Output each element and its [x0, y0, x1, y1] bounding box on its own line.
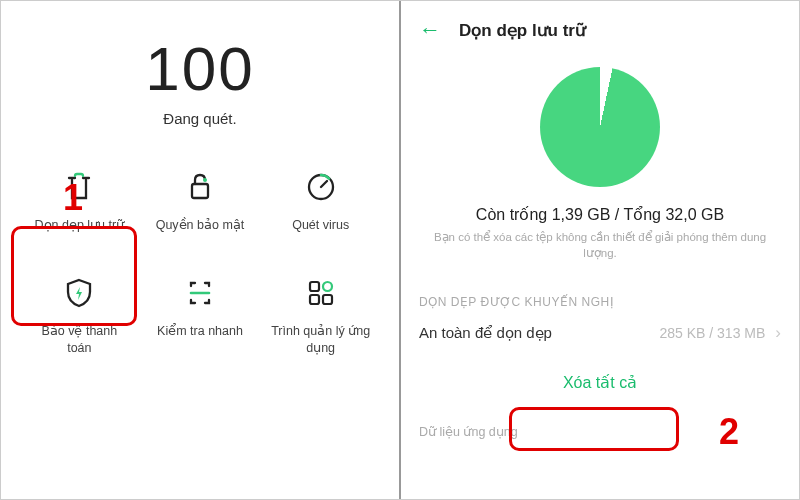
quick-check-tile[interactable]: Kiểm tra nhanh: [140, 273, 261, 356]
row-detail: 285 KB / 313 MB: [659, 325, 765, 341]
tile-label: Trình quản lý ứng dụng: [271, 323, 371, 356]
tile-label: Bảo vệ thanh toán: [29, 323, 129, 356]
virus-scan-tile[interactable]: Quét virus: [260, 167, 381, 233]
app-manager-tile[interactable]: Trình quản lý ứng dụng: [260, 273, 381, 356]
lock-open-icon: [180, 167, 220, 207]
app-data-section-label: Dữ liệu ứng dụng: [419, 424, 781, 439]
apps-grid-icon: [301, 273, 341, 313]
tile-label: Dọn dẹp lưu trữ: [34, 217, 124, 233]
storage-cleanup-screen: ← Dọn dẹp lưu trữ Còn trống 1,39 GB / Tổ…: [401, 1, 799, 499]
row-title: An toàn để dọn dẹp: [419, 324, 552, 342]
trash-icon: [59, 167, 99, 207]
svg-rect-1: [192, 184, 208, 198]
storage-cleanup-tile[interactable]: Dọn dẹp lưu trữ: [19, 167, 140, 233]
tile-label: Quyền bảo mật: [156, 217, 245, 233]
svg-rect-6: [310, 295, 319, 304]
svg-rect-5: [323, 282, 332, 291]
feature-grid: Dọn dẹp lưu trữ Quyền bảo mật: [19, 167, 381, 356]
chevron-right-icon: ›: [775, 323, 781, 343]
tile-label: Kiểm tra nhanh: [157, 323, 243, 339]
storage-summary: Còn trống 1,39 GB / Tổng 32,0 GB: [419, 205, 781, 224]
privacy-permissions-tile[interactable]: Quyền bảo mật: [140, 167, 261, 233]
scan-status: Đang quét.: [19, 110, 381, 127]
gauge-icon: [301, 167, 341, 207]
back-arrow-icon[interactable]: ←: [419, 17, 441, 43]
scan-score: 100: [19, 33, 381, 104]
svg-rect-4: [310, 282, 319, 291]
security-scan-screen: 100 Đang quét. Dọn dẹp lưu trữ: [1, 1, 401, 499]
payment-protection-tile[interactable]: Bảo vệ thanh toán: [19, 273, 140, 356]
recommended-section-label: DỌN DẸP ĐƯỢC KHUYẾN NGHỊ: [419, 295, 781, 309]
delete-all-button[interactable]: Xóa tất cả: [419, 363, 781, 402]
storage-hint: Bạn có thể xóa các tệp không cần thiết đ…: [419, 230, 781, 261]
scan-rect-icon: [180, 273, 220, 313]
safe-to-clean-row[interactable]: An toàn để dọn dẹp 285 KB / 313 MB ›: [419, 323, 781, 343]
tile-label: Quét virus: [292, 217, 349, 233]
storage-pie-chart: [540, 67, 660, 187]
svg-rect-7: [323, 295, 332, 304]
page-title: Dọn dẹp lưu trữ: [459, 20, 586, 41]
svg-point-0: [203, 178, 207, 182]
shield-bolt-icon: [59, 273, 99, 313]
